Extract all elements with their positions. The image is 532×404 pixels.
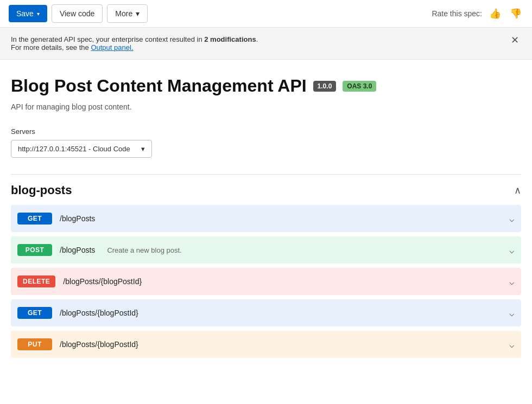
banner-close-button[interactable]: ✕ bbox=[509, 35, 521, 45]
oas-badge: OAS 3.0 bbox=[343, 81, 376, 92]
endpoint-chevron-icon: ⌵ bbox=[509, 245, 515, 255]
main-content: Blog Post Content Management API 1.0.0 O… bbox=[0, 60, 532, 373]
view-code-label: View code bbox=[60, 9, 94, 18]
rate-label: Rate this spec: bbox=[432, 9, 482, 18]
endpoint-row-left: POST/blogPostsCreate a new blog post. bbox=[17, 244, 182, 256]
method-badge: GET bbox=[17, 307, 52, 319]
endpoint-description: Create a new blog post. bbox=[107, 246, 181, 254]
rate-section: Rate this spec: 👍 👎 bbox=[432, 6, 523, 21]
servers-section: Servers http://127.0.0.1:45521 - Cloud C… bbox=[11, 127, 521, 158]
servers-dropdown[interactable]: http://127.0.0.1:45521 - Cloud Code ▾ bbox=[11, 140, 152, 158]
banner-line2: For more details, see the Output panel. bbox=[11, 43, 133, 52]
endpoint-row[interactable]: GET/blogPosts⌵ bbox=[11, 205, 521, 232]
servers-dropdown-icon: ▾ bbox=[141, 145, 145, 153]
endpoint-row-left: GET/blogPosts/{blogPostId} bbox=[17, 307, 138, 319]
endpoint-path: /blogPosts/{blogPostId} bbox=[60, 309, 138, 317]
thumbs-up-icon[interactable]: 👍 bbox=[487, 6, 503, 21]
endpoint-row[interactable]: POST/blogPostsCreate a new blog post.⌵ bbox=[11, 236, 521, 264]
banner-text: In the generated API spec, your enterpri… bbox=[11, 35, 258, 52]
endpoint-chevron-icon: ⌵ bbox=[509, 339, 515, 350]
endpoint-path: /blogPosts bbox=[60, 214, 95, 223]
thumbs-down-icon[interactable]: 👎 bbox=[508, 6, 523, 21]
endpoint-row-left: PUT/blogPosts/{blogPostId} bbox=[17, 338, 138, 350]
api-description: API for managing blog post content. bbox=[11, 102, 521, 111]
endpoint-path: /blogPosts/{blogPostId} bbox=[60, 340, 138, 349]
endpoint-chevron-icon: ⌵ bbox=[509, 308, 515, 318]
more-label: More bbox=[115, 9, 132, 18]
endpoint-row[interactable]: GET/blogPosts/{blogPostId}⌵ bbox=[11, 299, 521, 326]
endpoint-chevron-icon: ⌵ bbox=[509, 214, 515, 224]
output-panel-link[interactable]: Output panel. bbox=[91, 43, 133, 52]
toolbar: Save ▾ View code More ▾ Rate this spec: … bbox=[0, 0, 532, 28]
endpoint-row[interactable]: PUT/blogPosts/{blogPostId}⌵ bbox=[11, 331, 521, 358]
method-badge: GET bbox=[17, 213, 52, 225]
banner-line1: In the generated API spec, your enterpri… bbox=[11, 35, 258, 43]
api-title-row: Blog Post Content Management API 1.0.0 O… bbox=[11, 76, 521, 96]
api-group-header[interactable]: blog-posts ∧ bbox=[11, 175, 521, 205]
modifications-count: 2 modifications bbox=[204, 35, 256, 43]
view-code-button[interactable]: View code bbox=[52, 4, 103, 23]
endpoint-row-left: DELETE/blogPosts/{blogPostId} bbox=[17, 275, 142, 287]
endpoint-chevron-icon: ⌵ bbox=[509, 277, 515, 287]
servers-label: Servers bbox=[11, 127, 521, 136]
more-chevron-icon: ▾ bbox=[136, 9, 140, 18]
endpoint-row-left: GET/blogPosts bbox=[17, 213, 95, 225]
method-badge: PUT bbox=[17, 338, 52, 350]
endpoints-list: GET/blogPosts⌵POST/blogPostsCreate a new… bbox=[11, 205, 521, 358]
version-badge: 1.0.0 bbox=[313, 81, 337, 92]
more-button[interactable]: More ▾ bbox=[107, 4, 148, 23]
servers-selected-value: http://127.0.0.1:45521 - Cloud Code bbox=[18, 145, 130, 153]
save-button[interactable]: Save ▾ bbox=[9, 5, 47, 22]
api-group-chevron-icon: ∧ bbox=[514, 184, 521, 196]
api-group-blog-posts: blog-posts ∧ GET/blogPosts⌵POST/blogPost… bbox=[11, 175, 521, 358]
method-badge: DELETE bbox=[17, 275, 55, 287]
endpoint-row[interactable]: DELETE/blogPosts/{blogPostId}⌵ bbox=[11, 268, 521, 295]
api-title: Blog Post Content Management API bbox=[11, 76, 307, 96]
method-badge: POST bbox=[17, 244, 52, 256]
save-label: Save bbox=[16, 9, 34, 18]
notification-banner: In the generated API spec, your enterpri… bbox=[0, 28, 532, 60]
api-group-title: blog-posts bbox=[11, 183, 72, 197]
endpoint-path: /blogPosts bbox=[60, 246, 95, 254]
save-chevron-icon: ▾ bbox=[37, 11, 40, 17]
endpoint-path: /blogPosts/{blogPostId} bbox=[63, 277, 142, 286]
